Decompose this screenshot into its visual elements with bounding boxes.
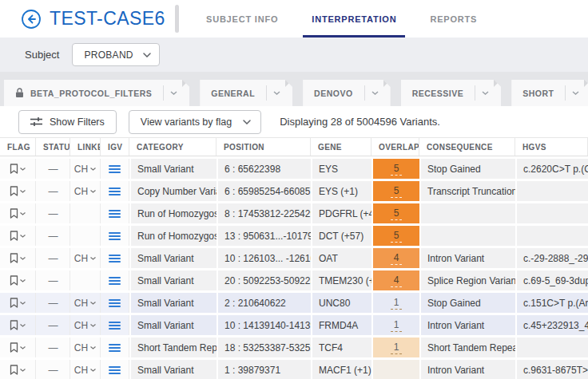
igv-link-icon[interactable] (109, 165, 121, 173)
flag-button[interactable] (10, 186, 26, 196)
table-row[interactable]: — CH Small Variant 2 : 210640622 UNC80 1… (0, 293, 588, 313)
filter-tab-beta-protocol-filters[interactable]: BETA_PROTOCOL_FILTERS (4, 80, 189, 106)
column-header-status[interactable]: STATUS (36, 138, 70, 156)
filter-tab-label: DENOVO (303, 89, 364, 98)
view-variants-select[interactable]: View variants by flag (129, 110, 261, 134)
igv-link-icon[interactable] (109, 210, 121, 218)
gene-cell: OAT (311, 248, 371, 268)
hgvs-cell (515, 338, 588, 357)
flag-button[interactable] (10, 365, 26, 375)
consequence-primary: Short Tandem Repeat Expa (427, 342, 515, 353)
table-row[interactable]: — Small Variant 20 : 5092253-5092254 TME… (0, 270, 588, 290)
filter-tab-recessive[interactable]: RECESSIVE (401, 80, 502, 106)
bookmark-flag-icon (10, 342, 18, 353)
filter-tab-strip: BETA_PROTOCOL_FILTERS GENERAL DENOVO REC… (0, 72, 588, 106)
column-header-consequence[interactable]: CONSEQUENCE (419, 138, 515, 156)
overlap-cell[interactable]: 5 (371, 226, 419, 246)
flag-button[interactable] (10, 253, 26, 263)
view-variants-value: View variants by flag (141, 116, 232, 128)
tab-reports[interactable]: REPORTS (413, 0, 494, 38)
overlap-cell[interactable] (371, 360, 419, 379)
hgvs-cell: c.151C>T p.(Arg... (515, 293, 588, 313)
chevron-down-icon (20, 257, 26, 260)
flag-button[interactable] (10, 231, 26, 241)
filter-tab-denovo[interactable]: DENOVO (303, 80, 391, 106)
table-row[interactable]: — Run of Homozygosity 13 : 950631...-101… (0, 226, 588, 246)
linked-button[interactable]: CH (74, 253, 96, 264)
divider-handle[interactable] (175, 5, 179, 33)
igv-link-icon[interactable] (109, 232, 121, 240)
table-row[interactable]: — CH Small Variant 10 : 14139140-1413914… (0, 315, 588, 335)
filter-tab-menu-button[interactable] (475, 85, 496, 101)
tab-interpretation[interactable]: INTERPRETATION (295, 0, 413, 38)
column-header-igv[interactable]: IGV (101, 138, 129, 156)
overlap-cell[interactable]: 5 (371, 159, 419, 179)
linked-button[interactable]: CH (74, 320, 96, 331)
filter-tab-general[interactable]: GENERAL (200, 80, 292, 106)
table-row[interactable]: — CH Copy Number Variant 6 : 65985254-66… (0, 181, 588, 201)
tab-subject-info[interactable]: SUBJECT INFO (189, 0, 295, 38)
flag-button[interactable] (10, 298, 26, 308)
linked-button[interactable]: CH (74, 298, 96, 309)
column-header-overlap[interactable]: OVERLAP (371, 138, 419, 156)
overlap-cell[interactable]: 4 (371, 270, 419, 290)
table-row[interactable]: — Run of Homozygosity 8 : 17453812-22542… (0, 203, 588, 223)
igv-link-icon[interactable] (109, 322, 121, 330)
flag-cell (0, 226, 36, 246)
filter-tab-menu-button[interactable] (565, 85, 586, 101)
overlap-value: 5 (391, 163, 403, 176)
flag-button[interactable] (10, 208, 26, 219)
flag-button[interactable] (10, 275, 26, 286)
show-filters-button[interactable]: Show Filters (18, 110, 117, 134)
overlap-cell[interactable]: 1 (371, 293, 419, 313)
linked-cell (70, 270, 101, 290)
filter-tab-menu-button[interactable] (163, 85, 185, 101)
consequence-cell: Intron Variant (419, 315, 515, 335)
chevron-down-icon (90, 346, 96, 349)
linked-button[interactable]: CH (74, 186, 96, 197)
overlap-cell[interactable]: 1 (371, 338, 419, 357)
igv-link-icon[interactable] (109, 344, 121, 352)
linked-button[interactable]: CH (74, 164, 96, 175)
filter-tab-menu-button[interactable] (364, 85, 386, 101)
igv-link-icon[interactable] (109, 277, 121, 285)
category-cell: Small Variant (129, 270, 217, 290)
column-header-category[interactable]: CATEGORY (129, 138, 217, 156)
status-value: — (49, 186, 58, 197)
column-header-gene[interactable]: GENE (311, 138, 371, 156)
flag-button[interactable] (10, 320, 26, 330)
subject-select[interactable]: PROBAND (72, 43, 159, 66)
show-filters-label: Show Filters (50, 116, 105, 128)
overlap-cell[interactable]: 1 (371, 315, 419, 335)
igv-cell (101, 315, 129, 335)
table-row[interactable]: — CH Small Variant 6 : 65622398 EYS 5 St… (0, 159, 588, 179)
status-cell: — (36, 293, 70, 313)
flag-button[interactable] (10, 164, 26, 174)
column-header-linked[interactable]: LINKED (70, 138, 101, 156)
column-header-hgvs[interactable]: HGVS (515, 138, 588, 156)
linked-button[interactable]: CH (74, 342, 96, 353)
status-value: — (49, 365, 58, 376)
igv-link-icon[interactable] (109, 188, 121, 195)
igv-link-icon[interactable] (109, 366, 121, 374)
column-header-flag[interactable]: FLAG (0, 138, 36, 156)
linked-cell: CH (70, 159, 101, 179)
column-header-position[interactable]: POSITION (217, 138, 311, 156)
position-cell: 1 : 39879371 (217, 360, 311, 379)
overlap-cell[interactable]: 4 (371, 248, 419, 268)
table-row[interactable]: — CH Small Variant 1 : 39879371 MACF1 (+… (0, 360, 588, 379)
flag-button[interactable] (10, 342, 26, 353)
igv-link-icon[interactable] (109, 255, 121, 263)
linked-button[interactable]: CH (74, 365, 96, 376)
table-row[interactable]: — CH Small Variant 10 : 126103... -12610… (0, 248, 588, 268)
back-button[interactable] (21, 9, 42, 30)
igv-link-icon[interactable] (109, 299, 121, 307)
overlap-cell[interactable]: 5 (371, 203, 419, 223)
overlap-value: 5 (391, 207, 403, 220)
status-cell: — (36, 360, 70, 379)
filter-tab-menu-button[interactable] (266, 85, 288, 101)
table-row[interactable]: — CH Short Tandem Repe... 18 : 53253387-… (0, 338, 588, 357)
overlap-cell[interactable]: 5 (371, 181, 419, 201)
filter-tab-short[interactable]: SHORT (511, 80, 588, 106)
hgvs-cell: c.2620C>T p.(Gl... (515, 159, 588, 179)
